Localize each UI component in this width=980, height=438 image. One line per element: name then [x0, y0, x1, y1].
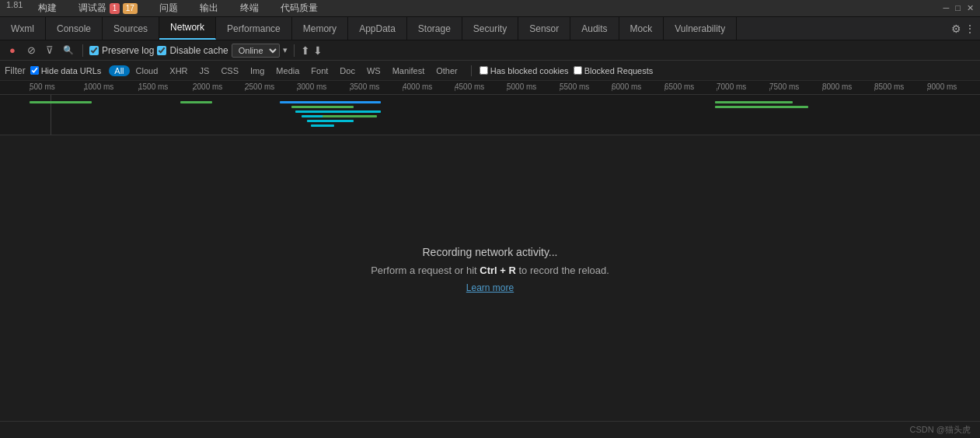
- search-icon: 🔍: [63, 45, 74, 55]
- has-blocked-cookies-input[interactable]: [480, 66, 488, 75]
- filter-tab-img[interactable]: Img: [245, 65, 270, 76]
- main-content: Recording network activity... Perform a …: [0, 135, 980, 404]
- search-button[interactable]: 🔍: [61, 43, 76, 58]
- record-button[interactable]: ●: [5, 43, 20, 58]
- throttle-arrow-icon[interactable]: ▾: [283, 45, 288, 55]
- maximize-button[interactable]: □: [955, 3, 961, 13]
- blocked-requests-input[interactable]: [574, 66, 582, 75]
- filter-tab-cloud[interactable]: Cloud: [131, 65, 164, 76]
- stop-button[interactable]: ⊘: [23, 43, 39, 58]
- disable-cache-input[interactable]: [157, 46, 166, 55]
- tab-sensor[interactable]: Sensor: [518, 17, 570, 40]
- tab-appdata[interactable]: AppData: [348, 17, 407, 40]
- close-button[interactable]: ✕: [967, 3, 974, 13]
- timeline-tick: 8000 ms: [822, 82, 852, 91]
- upload-icon[interactable]: ⬆: [301, 44, 310, 57]
- tab-network[interactable]: Network: [159, 17, 216, 40]
- timeline-tick: 3500 ms: [350, 82, 379, 91]
- menu-output[interactable]: 输出: [194, 0, 225, 16]
- filter-tabs: All Cloud XHR JS CSS Img Media Font Doc …: [109, 65, 462, 76]
- blocked-requests-checkbox[interactable]: Blocked Requests: [574, 66, 654, 75]
- tab-storage[interactable]: Storage: [407, 17, 462, 40]
- preserve-log-input[interactable]: [89, 46, 99, 55]
- network-throttle-select[interactable]: Online: [232, 44, 280, 58]
- filter-tab-manifest[interactable]: Manifest: [387, 65, 431, 76]
- menu-debugger[interactable]: 调试器 1 17: [72, 0, 143, 16]
- filter-tab-font[interactable]: Font: [305, 65, 333, 76]
- download-icon[interactable]: ⬇: [313, 44, 323, 57]
- timeline-tick: 2500 ms: [245, 82, 274, 91]
- filter-tab-all[interactable]: All: [109, 65, 129, 76]
- tab-console[interactable]: Console: [46, 17, 103, 40]
- tab-audits-label: Audits: [581, 23, 607, 34]
- tab-security[interactable]: Security: [462, 17, 518, 40]
- menu-codequality[interactable]: 代码质量: [274, 0, 324, 16]
- tab-performance[interactable]: Performance: [216, 17, 292, 40]
- minimize-button[interactable]: ─: [943, 3, 950, 13]
- network-bar: [311, 124, 334, 127]
- tab-audits[interactable]: Audits: [570, 17, 619, 40]
- stop-icon: ⊘: [27, 44, 36, 56]
- filter-label: Filter: [5, 65, 26, 76]
- filter-tab-media[interactable]: Media: [270, 65, 305, 76]
- tab-memory[interactable]: Memory: [292, 17, 348, 40]
- filter-button[interactable]: ⊽: [42, 43, 58, 58]
- filter-bar: Filter Hide data URLs All Cloud XHR JS C…: [0, 61, 980, 81]
- timeline-ruler: 500 ms1000 ms1500 ms2000 ms2500 ms3000 m…: [0, 81, 980, 95]
- has-blocked-cookies-checkbox[interactable]: Has blocked cookies: [480, 66, 569, 75]
- disable-cache-checkbox[interactable]: Disable cache: [157, 45, 228, 56]
- hide-data-urls-input[interactable]: [30, 66, 39, 75]
- preserve-log-label: Preserve log: [102, 45, 154, 56]
- timeline: 500 ms1000 ms1500 ms2000 ms2500 ms3000 m…: [0, 81, 980, 135]
- filter-tab-doc[interactable]: Doc: [334, 65, 361, 76]
- timeline-tick: 7500 ms: [769, 82, 799, 91]
- toolbar-separator-2: [294, 44, 295, 57]
- filter-icon: ⊽: [46, 44, 54, 56]
- hide-data-urls-label: Hide data URLs: [41, 66, 102, 75]
- more-icon[interactable]: ⋮: [964, 23, 975, 35]
- timeline-tick: 5000 ms: [507, 82, 536, 91]
- network-bar: [280, 101, 381, 103]
- tab-mock[interactable]: Mock: [619, 17, 664, 40]
- hide-data-urls-checkbox[interactable]: Hide data URLs: [30, 66, 102, 75]
- tab-console-label: Console: [57, 23, 91, 34]
- filter-tab-js[interactable]: JS: [194, 65, 215, 76]
- timeline-tick: 1000 ms: [84, 82, 113, 91]
- title-text: 1.81: [6, 0, 23, 16]
- filter-tab-xhr[interactable]: XHR: [164, 65, 193, 76]
- network-bar: [715, 106, 808, 108]
- timeline-tick: 9000 ms: [927, 82, 957, 91]
- toolbar-separator-1: [82, 44, 83, 57]
- tab-wxml[interactable]: Wxml: [0, 17, 46, 40]
- credit-text: CSDN @猫头虎: [910, 424, 971, 436]
- tab-security-label: Security: [473, 23, 507, 34]
- preserve-log-checkbox[interactable]: Preserve log: [89, 45, 154, 56]
- timeline-tick: 4500 ms: [455, 82, 484, 91]
- tab-vulnerability[interactable]: Vulnerability: [664, 17, 737, 40]
- bottom-bar: CSDN @猫头虎: [0, 421, 980, 438]
- tab-wxml-label: Wxml: [11, 23, 34, 34]
- tab-sources[interactable]: Sources: [103, 17, 159, 40]
- timeline-tick: 3000 ms: [297, 82, 326, 91]
- tab-performance-label: Performance: [227, 23, 281, 34]
- menu-terminal[interactable]: 终端: [234, 0, 265, 16]
- title-bar-right: ─ □ ✕: [943, 3, 974, 13]
- tab-mock-label: Mock: [630, 23, 653, 34]
- blocked-requests-label: Blocked Requests: [584, 66, 654, 75]
- shortcut-text: Ctrl + R: [480, 265, 516, 276]
- settings-icon[interactable]: ⚙: [951, 23, 961, 35]
- menu-issues[interactable]: 问题: [153, 0, 184, 16]
- sub-text-1: Perform a request or hit: [371, 265, 480, 276]
- filter-tab-other[interactable]: Other: [431, 65, 463, 76]
- filter-tab-ws[interactable]: WS: [361, 65, 386, 76]
- filter-tab-css[interactable]: CSS: [215, 65, 244, 76]
- menu-build[interactable]: 构建: [32, 0, 63, 16]
- disable-cache-label: Disable cache: [169, 45, 228, 56]
- error-badge: 1: [110, 3, 120, 14]
- tab-storage-label: Storage: [418, 23, 451, 34]
- tab-vulnerability-label: Vulnerability: [675, 23, 725, 34]
- network-bar: [323, 115, 377, 117]
- learn-more-link[interactable]: Learn more: [466, 282, 514, 293]
- network-bar: [198, 101, 212, 103]
- sub-text-2: to record the reload.: [516, 265, 609, 276]
